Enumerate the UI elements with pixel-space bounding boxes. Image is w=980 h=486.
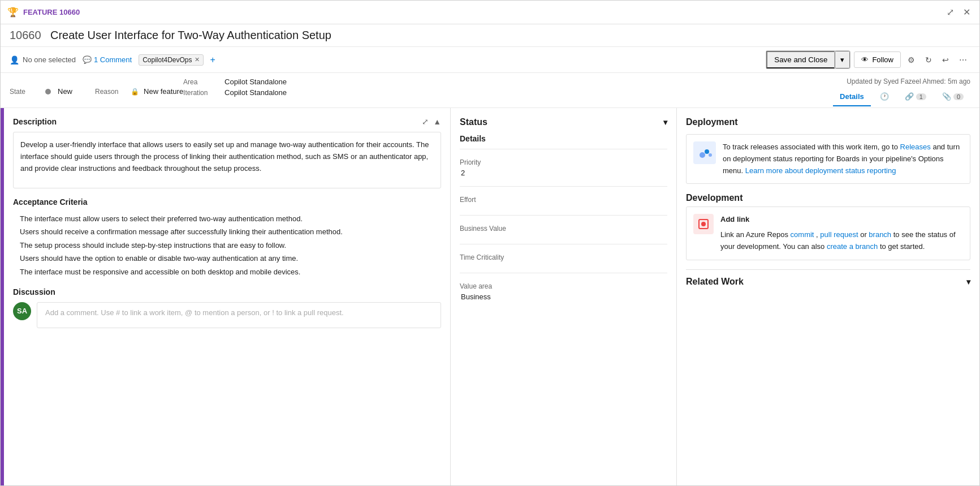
assigned-label: No one selected (23, 55, 76, 64)
attachments-icon: 📎 (942, 92, 951, 101)
deployment-text-before: To track releases associated with this w… (723, 143, 900, 151)
dev-text-5: to get started. (880, 242, 925, 251)
learn-more-link[interactable]: Learn more about deployment status repor… (745, 166, 896, 175)
value-area-label: Value area (460, 282, 667, 290)
toolbar-row: 👤 No one selected 💬 1 Comment Copilot4De… (1, 47, 979, 73)
tab-row: Details 🕐 🔗 1 📎 0 (833, 88, 970, 105)
comment-link[interactable]: 💬 1 Comment (83, 55, 132, 64)
expand-button[interactable]: ⤢ (944, 6, 956, 19)
main-content: Description ⤢ ▲ Develop a user-friendly … (1, 108, 979, 485)
comment-label: 1 Comment (94, 55, 132, 64)
tab-links[interactable]: 🔗 1 (898, 88, 933, 106)
reason-value[interactable]: New feature (144, 87, 183, 96)
related-work-chevron[interactable]: ▾ (966, 277, 970, 286)
branch-link[interactable]: branch (869, 230, 891, 239)
links-count: 1 (916, 93, 926, 100)
tag-label: Copilot4DevOps (143, 56, 192, 64)
state-value[interactable]: New (58, 87, 72, 96)
list-item: Users should have the option to enable o… (20, 252, 434, 265)
save-close-main-button[interactable]: Save and Close (766, 51, 835, 68)
value-area-field: Value area Business (460, 273, 667, 310)
tab-attachments[interactable]: 📎 0 (935, 88, 970, 106)
area-iteration-group: Area Copilot Standalone Iteration Copilo… (183, 78, 353, 105)
list-item: The setup process should include step-by… (20, 239, 434, 252)
undo-button[interactable]: ↩ (939, 53, 952, 67)
tag-close-button[interactable]: ✕ (195, 56, 200, 63)
close-button[interactable]: ✕ (961, 6, 973, 19)
add-tag-button[interactable]: + (210, 55, 215, 65)
updated-info: Updated by Syed Fazeel Ahmed: 5m ago (847, 78, 970, 85)
history-icon: 🕐 (880, 92, 889, 101)
list-item: Users should receive a confirmation mess… (20, 225, 434, 238)
dev-icon (693, 214, 714, 234)
title-bar: 🏆 FEATURE 10660 ⤢ ✕ (1, 1, 979, 24)
deployment-text: To track releases associated with this w… (723, 141, 963, 177)
tab-details[interactable]: Details (833, 88, 871, 106)
priority-label: Priority (460, 158, 667, 166)
description-icons: ⤢ ▲ (422, 117, 441, 126)
commit-link[interactable]: commit (791, 230, 814, 239)
settings-button[interactable]: ⚙ (904, 53, 918, 67)
effort-label: Effort (460, 196, 667, 204)
tag-pill: Copilot4DevOps ✕ (139, 54, 203, 66)
value-area-value[interactable]: Business (460, 293, 667, 301)
reason-label: Reason (95, 88, 126, 96)
updated-tabs-group: Updated by Syed Fazeel Ahmed: 5m ago Det… (353, 78, 970, 105)
tab-history[interactable]: 🕐 (873, 88, 896, 106)
work-item-id: 10660 (10, 29, 44, 42)
status-header: Status ▾ (460, 117, 667, 127)
business-value-field: Business Value (460, 215, 667, 244)
comment-input[interactable]: Add a comment. Use # to link a work item… (37, 302, 441, 328)
dev-card: Add link Link an Azure Repos commit , pu… (686, 207, 970, 260)
effort-field: Effort (460, 186, 667, 215)
links-icon: 🔗 (905, 92, 914, 101)
discussion-header: Discussion (13, 287, 441, 296)
title-bar-left: 🏆 FEATURE 10660 (7, 7, 80, 18)
svg-rect-0 (694, 143, 715, 163)
save-close-dropdown-button[interactable]: ▾ (835, 51, 850, 68)
area-label: Area (183, 78, 220, 86)
assigned-section[interactable]: 👤 No one selected (10, 55, 76, 64)
iteration-value[interactable]: Copilot Standalone (225, 88, 287, 97)
development-header: Development (686, 193, 970, 203)
description-label: Description (13, 117, 57, 126)
collapse-description-button[interactable]: ▲ (433, 117, 441, 126)
state-area-row: State New Reason 🔒 New feature Area Copi… (1, 73, 979, 108)
related-work-header: Related Work ▾ (686, 277, 970, 287)
description-text[interactable]: Develop a user-friendly interface that a… (13, 132, 441, 188)
iteration-label: Iteration (183, 89, 220, 97)
dev-text-1: Link an Azure Repos (720, 230, 791, 239)
updated-text: Updated by Syed Fazeel Ahmed: 5m ago (847, 78, 970, 85)
svg-point-1 (700, 152, 705, 158)
area-value[interactable]: Copilot Standalone (225, 78, 287, 86)
follow-label: Follow (872, 55, 893, 64)
svg-point-3 (709, 153, 712, 157)
acceptance-header: Acceptance Criteria (13, 197, 441, 207)
pull-request-link[interactable]: pull request (820, 230, 858, 239)
feature-label: FEATURE 10660 (23, 8, 80, 16)
work-item-title[interactable]: Create User Interface for Two-Way Authen… (50, 29, 331, 42)
business-value-label: Business Value (460, 225, 667, 233)
toolbar-right: Save and Close ▾ 👁 Follow ⚙ ↻ ↩ ⋯ (766, 50, 970, 69)
acceptance-list: The interface must allow users to select… (13, 212, 441, 278)
refresh-button[interactable]: ↻ (922, 53, 935, 67)
comment-area: SA Add a comment. Use # to link a work i… (13, 302, 441, 328)
releases-link[interactable]: Releases (900, 143, 931, 151)
expand-description-button[interactable]: ⤢ (422, 117, 429, 126)
state-field: State New (10, 87, 72, 96)
status-chevron[interactable]: ▾ (663, 118, 667, 127)
create-branch-link[interactable]: create a branch (827, 242, 878, 251)
comment-icon: 💬 (83, 55, 92, 64)
follow-button[interactable]: 👁 Follow (854, 51, 901, 68)
priority-value[interactable]: 2 (460, 169, 667, 177)
add-link-label: Add link (720, 214, 963, 226)
left-panel: Description ⤢ ▲ Develop a user-friendly … (4, 108, 451, 485)
reason-field: Reason 🔒 New feature (95, 87, 183, 96)
save-close-button-group: Save and Close ▾ (766, 50, 851, 69)
lock-icon: 🔒 (131, 88, 139, 96)
title-bar-controls: ⤢ ✕ (944, 6, 973, 19)
more-button[interactable]: ⋯ (956, 53, 970, 67)
deployment-card: To track releases associated with this w… (686, 134, 970, 184)
deployment-header: Deployment (686, 117, 970, 127)
state-label: State (10, 88, 41, 96)
